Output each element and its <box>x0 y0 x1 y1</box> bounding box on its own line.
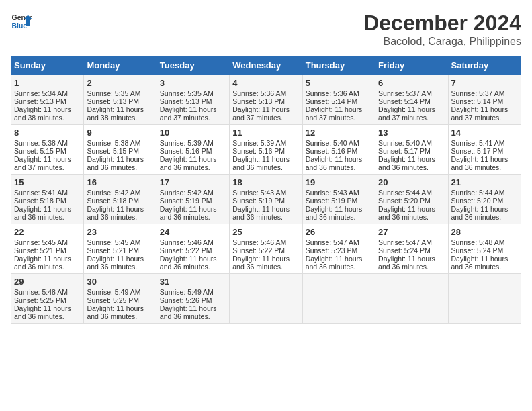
day-detail: Sunrise: 5:47 AM <box>306 238 372 246</box>
day-detail: Sunset: 5:13 PM <box>14 97 81 105</box>
day-number: 12 <box>306 128 372 138</box>
day-detail: Daylight: 11 hours and 36 minutes. <box>232 205 299 221</box>
day-number: 19 <box>306 177 372 187</box>
table-row: 12Sunrise: 5:40 AMSunset: 5:16 PMDayligh… <box>302 125 375 175</box>
day-detail: Sunset: 5:13 PM <box>232 97 299 105</box>
day-detail: Sunset: 5:15 PM <box>87 147 153 155</box>
day-detail: Sunset: 5:22 PM <box>232 246 299 255</box>
day-number: 18 <box>232 177 299 187</box>
day-number: 22 <box>14 227 81 237</box>
day-detail: Sunset: 5:21 PM <box>87 246 153 255</box>
day-detail: Sunset: 5:16 PM <box>306 147 372 155</box>
day-detail: Sunset: 5:23 PM <box>306 246 372 255</box>
day-detail: Sunrise: 5:38 AM <box>14 139 81 147</box>
day-detail: Daylight: 11 hours and 36 minutes. <box>451 255 518 271</box>
day-number: 26 <box>306 227 372 237</box>
day-detail: Sunset: 5:13 PM <box>87 97 153 105</box>
day-detail: Sunrise: 5:48 AM <box>14 288 81 296</box>
day-detail: Daylight: 11 hours and 37 minutes. <box>378 105 445 122</box>
day-detail: Sunrise: 5:35 AM <box>160 89 226 97</box>
day-detail: Sunrise: 5:39 AM <box>160 139 226 147</box>
day-detail: Sunset: 5:17 PM <box>378 147 445 155</box>
day-detail: Daylight: 11 hours and 36 minutes. <box>14 304 81 320</box>
day-detail: Sunrise: 5:47 AM <box>378 238 445 246</box>
day-detail: Sunset: 5:16 PM <box>232 147 299 155</box>
day-detail: Sunrise: 5:34 AM <box>14 89 81 97</box>
table-row: 30Sunrise: 5:49 AMSunset: 5:25 PMDayligh… <box>84 274 157 324</box>
day-detail: Sunrise: 5:44 AM <box>451 189 518 197</box>
table-row: 16Sunrise: 5:42 AMSunset: 5:18 PMDayligh… <box>84 175 157 224</box>
day-detail: Sunset: 5:24 PM <box>451 246 518 255</box>
table-row: 31Sunrise: 5:49 AMSunset: 5:26 PMDayligh… <box>157 274 229 324</box>
day-detail: Daylight: 11 hours and 36 minutes. <box>87 205 153 221</box>
day-number: 16 <box>87 177 153 187</box>
day-detail: Sunrise: 5:48 AM <box>451 238 518 246</box>
day-detail: Sunrise: 5:43 AM <box>306 189 372 197</box>
day-detail: Daylight: 11 hours and 37 minutes. <box>232 105 299 122</box>
table-row <box>448 274 521 324</box>
day-number: 28 <box>451 227 518 237</box>
day-number: 4 <box>232 78 299 88</box>
table-row: 23Sunrise: 5:45 AMSunset: 5:21 PMDayligh… <box>84 224 157 274</box>
day-detail: Sunset: 5:17 PM <box>451 147 518 155</box>
header-row: Sunday Monday Tuesday Wednesday Thursday… <box>11 56 521 75</box>
day-detail: Daylight: 11 hours and 36 minutes. <box>378 205 445 221</box>
col-monday: Monday <box>84 56 157 75</box>
day-detail: Sunrise: 5:42 AM <box>160 189 226 197</box>
logo-icon: General Blue <box>11 11 32 32</box>
day-detail: Sunrise: 5:46 AM <box>232 238 299 246</box>
day-number: 21 <box>451 177 518 187</box>
day-detail: Sunrise: 5:37 AM <box>451 89 518 97</box>
table-row: 7Sunrise: 5:37 AMSunset: 5:14 PMDaylight… <box>448 75 521 125</box>
table-row: 17Sunrise: 5:42 AMSunset: 5:19 PMDayligh… <box>157 175 229 224</box>
calendar-week-row: 8Sunrise: 5:38 AMSunset: 5:15 PMDaylight… <box>11 125 521 175</box>
day-detail: Daylight: 11 hours and 38 minutes. <box>87 105 153 122</box>
logo: General Blue <box>11 11 32 32</box>
day-detail: Sunset: 5:15 PM <box>14 147 81 155</box>
table-row: 25Sunrise: 5:46 AMSunset: 5:22 PMDayligh… <box>230 224 302 274</box>
day-detail: Sunset: 5:24 PM <box>378 246 445 255</box>
day-number: 14 <box>451 128 518 138</box>
day-detail: Daylight: 11 hours and 36 minutes. <box>87 155 153 171</box>
day-detail: Sunset: 5:14 PM <box>378 97 445 105</box>
table-row: 2Sunrise: 5:35 AMSunset: 5:13 PMDaylight… <box>84 75 157 125</box>
day-detail: Daylight: 11 hours and 36 minutes. <box>160 205 226 221</box>
table-row: 8Sunrise: 5:38 AMSunset: 5:15 PMDaylight… <box>11 125 84 175</box>
calendar-week-row: 1Sunrise: 5:34 AMSunset: 5:13 PMDaylight… <box>11 75 521 125</box>
day-detail: Daylight: 11 hours and 36 minutes. <box>87 304 153 320</box>
day-detail: Daylight: 11 hours and 36 minutes. <box>14 255 81 271</box>
day-detail: Sunset: 5:26 PM <box>160 296 226 304</box>
day-detail: Daylight: 11 hours and 36 minutes. <box>14 205 81 221</box>
day-detail: Daylight: 11 hours and 36 minutes. <box>87 255 153 271</box>
day-detail: Daylight: 11 hours and 36 minutes. <box>306 155 372 171</box>
day-detail: Daylight: 11 hours and 36 minutes. <box>306 255 372 271</box>
table-row: 18Sunrise: 5:43 AMSunset: 5:19 PMDayligh… <box>230 175 302 224</box>
day-detail: Daylight: 11 hours and 36 minutes. <box>160 304 226 320</box>
day-number: 25 <box>232 227 299 237</box>
table-row: 9Sunrise: 5:38 AMSunset: 5:15 PMDaylight… <box>84 125 157 175</box>
table-row: 4Sunrise: 5:36 AMSunset: 5:13 PMDaylight… <box>230 75 302 125</box>
day-detail: Sunset: 5:21 PM <box>14 246 81 255</box>
col-wednesday: Wednesday <box>230 56 302 75</box>
day-number: 29 <box>14 277 81 287</box>
table-row: 29Sunrise: 5:48 AMSunset: 5:25 PMDayligh… <box>11 274 84 324</box>
table-row: 13Sunrise: 5:40 AMSunset: 5:17 PMDayligh… <box>375 125 448 175</box>
day-number: 5 <box>306 78 372 88</box>
table-row: 5Sunrise: 5:36 AMSunset: 5:14 PMDaylight… <box>302 75 375 125</box>
col-tuesday: Tuesday <box>157 56 229 75</box>
day-detail: Sunset: 5:25 PM <box>14 296 81 304</box>
day-detail: Sunrise: 5:49 AM <box>87 288 153 296</box>
col-sunday: Sunday <box>11 56 84 75</box>
day-detail: Daylight: 11 hours and 36 minutes. <box>306 205 372 221</box>
page-subtitle: Bacolod, Caraga, Philippines <box>363 36 521 48</box>
day-detail: Sunrise: 5:45 AM <box>14 238 81 246</box>
day-number: 27 <box>378 227 445 237</box>
day-number: 30 <box>87 277 153 287</box>
table-row: 26Sunrise: 5:47 AMSunset: 5:23 PMDayligh… <box>302 224 375 274</box>
day-detail: Sunset: 5:20 PM <box>451 197 518 205</box>
table-row: 11Sunrise: 5:39 AMSunset: 5:16 PMDayligh… <box>230 125 302 175</box>
day-detail: Sunset: 5:13 PM <box>160 97 226 105</box>
day-number: 11 <box>232 128 299 138</box>
day-detail: Sunset: 5:16 PM <box>160 147 226 155</box>
day-number: 6 <box>378 78 445 88</box>
